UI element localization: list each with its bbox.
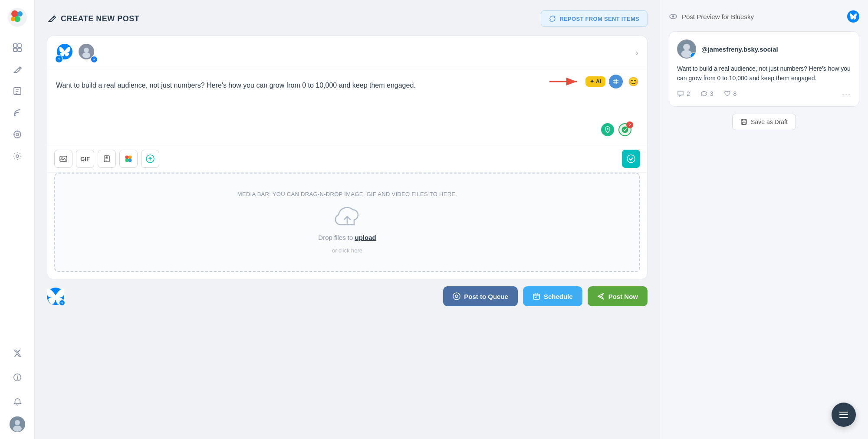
post-to-queue-btn[interactable]: Post to Queue <box>443 286 518 306</box>
red-arrow-indicator <box>547 75 582 88</box>
post-now-btn[interactable]: Post Now <box>588 286 648 306</box>
svg-point-3 <box>14 16 20 22</box>
hashtag-grid-btn[interactable] <box>609 75 623 88</box>
more-options-btn[interactable]: ··· <box>842 89 851 98</box>
svg-rect-6 <box>18 44 21 47</box>
text-area-wrap: ✦ AI 😊 Want to build a real audience, no… <box>47 69 647 145</box>
svg-point-16 <box>15 420 20 425</box>
image-upload-btn[interactable] <box>54 150 72 168</box>
edit-icon <box>47 14 56 23</box>
sidebar-bottom <box>8 344 27 432</box>
teal-icon <box>626 154 636 164</box>
dashboard-icon[interactable] <box>8 38 27 57</box>
settings-icon[interactable] <box>8 147 27 166</box>
svg-point-2 <box>17 11 23 16</box>
svg-point-30 <box>125 159 129 162</box>
likes-stat: 8 <box>724 90 737 97</box>
compose-icon[interactable] <box>8 60 27 79</box>
google-photos-btn[interactable] <box>119 150 138 168</box>
save-draft-label: Save as Draft <box>751 118 788 125</box>
comment-icon <box>677 90 684 97</box>
bluesky-account-avatar[interactable]: 1 <box>56 43 75 62</box>
svg-rect-41 <box>741 119 746 124</box>
preview-username: @jamesfreny.bsky.social <box>701 46 778 53</box>
svg-point-17 <box>13 426 22 432</box>
preview-user-row: @jamesfreny.bsky.social <box>677 39 851 59</box>
media-bar-label: MEDIA BAR: YOU CAN DRAG-N-DROP IMAGE, GI… <box>237 191 457 197</box>
upload-cloud-icon <box>333 203 361 228</box>
file-icon <box>103 155 111 163</box>
ai-button[interactable]: ✦ AI <box>585 76 605 87</box>
gif-btn[interactable]: GIF <box>76 150 94 168</box>
analytics-icon[interactable] <box>8 125 27 144</box>
comments-count: 2 <box>687 90 690 97</box>
repost-icon-small <box>700 90 707 97</box>
emoji-btn[interactable]: 😊 <box>626 75 640 88</box>
send-icon <box>597 292 605 300</box>
svg-point-28 <box>125 156 129 159</box>
repost-icon <box>549 15 556 22</box>
info-icon[interactable] <box>8 368 27 387</box>
app-logo[interactable] <box>7 7 28 28</box>
grammarly-count-badge: 2 <box>626 121 633 128</box>
posts-icon[interactable] <box>8 82 27 101</box>
expand-accounts-icon[interactable]: › <box>635 48 638 58</box>
grammarly-blue-btn[interactable]: 2 <box>618 123 631 136</box>
svg-rect-5 <box>13 44 17 47</box>
repost-btn[interactable]: REPOST FROM SENT ITEMS <box>541 10 648 27</box>
account-count-badge: 1 <box>59 299 66 306</box>
main-content: CREATE NEW POST REPOST FROM SENT ITEMS <box>35 0 660 439</box>
user-avatar[interactable] <box>10 416 25 432</box>
image-icon <box>59 154 68 163</box>
svg-point-10 <box>14 115 16 116</box>
second-account-avatar[interactable]: ✓ <box>78 43 97 62</box>
svg-point-33 <box>627 155 635 163</box>
preview-title-wrap: Post Preview for Bluesky <box>669 12 754 21</box>
upload-link[interactable]: upload <box>355 234 376 241</box>
svg-point-11 <box>14 131 21 138</box>
drop-text: Drop files to upload <box>318 234 376 241</box>
eye-icon <box>669 12 677 21</box>
svg-point-19 <box>82 52 90 58</box>
svg-point-34 <box>453 293 460 300</box>
upload-arrow-icon <box>146 154 155 163</box>
save-draft-btn[interactable]: Save as Draft <box>732 114 796 130</box>
twitter-icon[interactable] <box>8 344 27 363</box>
bell-icon[interactable] <box>8 392 27 411</box>
repost-btn-label: REPOST FROM SENT ITEMS <box>559 16 639 22</box>
teal-action-btn[interactable] <box>622 150 640 168</box>
google-photos-icon <box>124 154 133 163</box>
preview-title-text: Post Preview for Bluesky <box>682 13 754 20</box>
svg-rect-35 <box>533 294 539 299</box>
drop-zone[interactable]: MEDIA BAR: YOU CAN DRAG-N-DROP IMAGE, GI… <box>54 173 640 272</box>
feed-icon[interactable] <box>8 103 27 122</box>
media-toolbar: GIF <box>47 145 647 173</box>
save-icon <box>740 118 747 125</box>
schedule-icon <box>533 292 540 300</box>
drop-prefix: Drop files to <box>318 234 355 241</box>
svg-rect-8 <box>18 48 21 52</box>
fab-menu-btn[interactable] <box>832 403 856 427</box>
grid-hashtag-icon <box>612 78 619 85</box>
grammarly-green-btn[interactable] <box>601 123 614 136</box>
preview-panel: Post Preview for Bluesky @jamesfreny.bsk… <box>660 0 868 439</box>
location-pin-icon <box>604 126 612 134</box>
preview-post-text: Want to build a real audience, not just … <box>677 64 851 83</box>
action-bar: 1 Post to Queue Schedule Post Now <box>47 279 648 306</box>
composer-card: 1 ✓ › <box>47 36 648 279</box>
queue-icon <box>453 292 460 300</box>
post-to-queue-label: Post to Queue <box>464 293 508 300</box>
account-avatars[interactable]: 1 ✓ <box>56 43 97 62</box>
page-header: CREATE NEW POST REPOST FROM SENT ITEMS <box>47 10 648 27</box>
sidebar <box>0 0 35 439</box>
svg-point-39 <box>683 44 690 51</box>
upload-arrow-btn[interactable] <box>141 150 159 168</box>
svg-point-18 <box>84 48 89 53</box>
connected-badge: ✓ <box>91 56 98 63</box>
text-toolbar: ✦ AI 😊 <box>547 75 640 88</box>
preview-post-card: @jamesfreny.bsky.social Want to build a … <box>669 31 859 107</box>
preview-stats: 2 3 8 ··· <box>677 89 851 98</box>
ai-label: AI <box>596 79 601 85</box>
schedule-btn[interactable]: Schedule <box>523 286 582 306</box>
file-upload-btn[interactable] <box>98 150 116 168</box>
